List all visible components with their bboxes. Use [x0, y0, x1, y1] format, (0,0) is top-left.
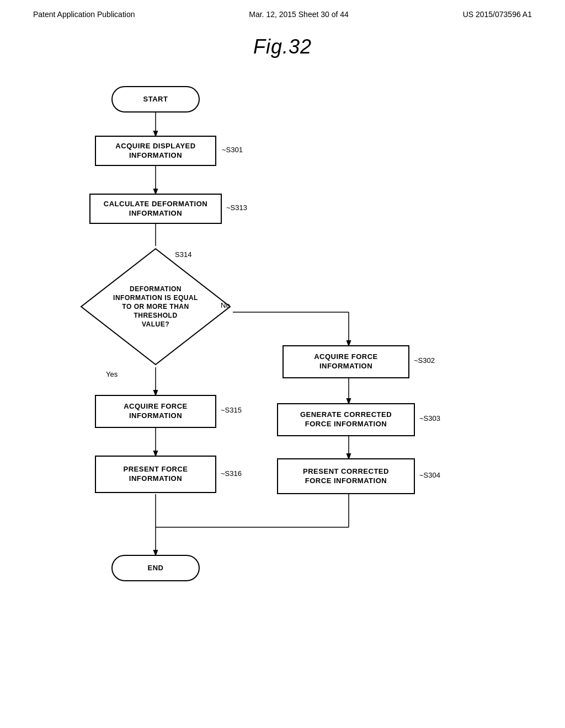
s314-label: S314: [175, 250, 191, 259]
no-label: No: [221, 301, 230, 309]
s316-label: ~S316: [221, 469, 242, 478]
page-header: Patent Application Publication Mar. 12, …: [0, 0, 565, 24]
fig-title: Fig.32: [0, 35, 565, 58]
s314-diamond: DEFORMATIONINFORMATION IS EQUALTO OR MOR…: [78, 246, 233, 367]
s303-label: ~S303: [419, 414, 440, 422]
header-left: Patent Application Publication: [33, 10, 135, 19]
s315-node: ACQUIRE FORCEINFORMATION: [95, 395, 216, 428]
s316-node: PRESENT FORCEINFORMATION: [95, 456, 216, 493]
s304-label: ~S304: [419, 471, 440, 479]
header-right: US 2015/073596 A1: [463, 10, 532, 19]
end-node: END: [111, 555, 200, 581]
start-node: START: [111, 86, 200, 113]
yes-label: Yes: [106, 370, 118, 378]
header-center: Mar. 12, 2015 Sheet 30 of 44: [249, 10, 349, 19]
s304-node: PRESENT CORRECTEDFORCE INFORMATION: [277, 458, 415, 494]
s302-label: ~S302: [414, 356, 435, 365]
s313-label: ~S313: [226, 204, 247, 212]
s315-label: ~S315: [221, 406, 242, 414]
diagram-area: START ACQUIRE DISPLAYEDINFORMATION ~S301…: [34, 75, 531, 654]
s303-node: GENERATE CORRECTEDFORCE INFORMATION: [277, 403, 415, 436]
s301-label: ~S301: [222, 146, 243, 154]
s313-node: CALCULATE DEFORMATIONINFORMATION: [89, 194, 222, 224]
s302-node: ACQUIRE FORCEINFORMATION: [282, 345, 409, 378]
s301-node: ACQUIRE DISPLAYEDINFORMATION: [95, 136, 216, 166]
